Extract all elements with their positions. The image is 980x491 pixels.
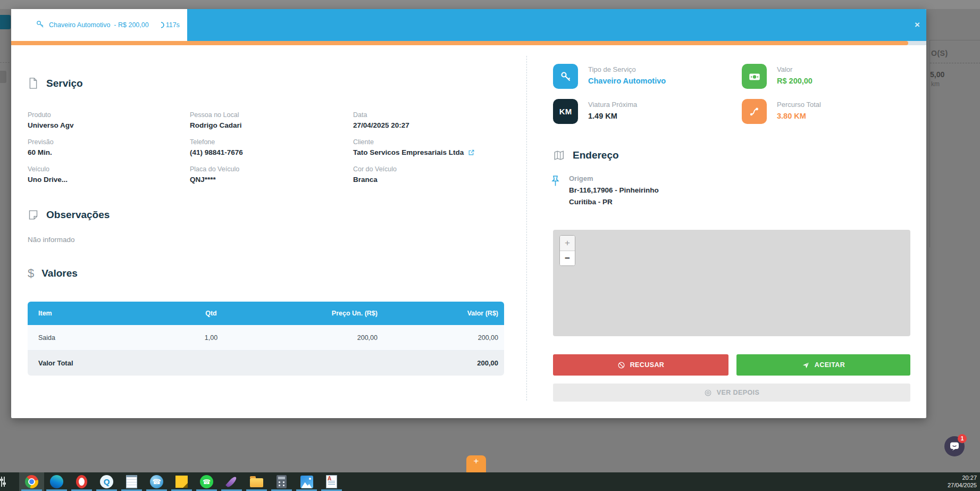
route-icon — [742, 99, 767, 124]
km-icon: KM — [553, 99, 578, 124]
taskbar-photos-icon[interactable] — [294, 472, 319, 491]
section-address: Endereço — [553, 149, 619, 161]
background-panel-divider — [930, 63, 980, 63]
section-observations-title: Observações — [46, 209, 110, 221]
add-button-fab[interactable]: + — [466, 455, 486, 472]
section-observations: Observações — [28, 209, 110, 221]
background-panel-unit: km — [931, 80, 940, 88]
clock-date: 27/04/2025 — [948, 481, 977, 489]
section-values: Valores — [28, 267, 78, 280]
service-fields-grid: Produto Universo Agv Pessoa no Local Rod… — [28, 111, 506, 184]
background-top-strip — [0, 0, 980, 9]
card-value: Valor R$ 200,00 — [742, 64, 813, 89]
origin-address-line2: Curitiba - PR — [569, 198, 659, 206]
taskbar-whatsapp-icon[interactable] — [194, 472, 219, 491]
background-teal-element — [0, 15, 11, 29]
timer-progress-track — [11, 41, 926, 45]
field-data: Data 27/04/2025 20:27 — [353, 111, 506, 129]
taskbar-phone-dialer-icon[interactable] — [144, 472, 169, 491]
field-produto: Produto Universo Agv — [28, 111, 190, 129]
field-pessoa: Pessoa no Local Rodrigo Cadari — [190, 111, 353, 129]
background-gray-element — [0, 71, 6, 83]
modal-header-tab: Chaveiro Automotivo - R$ 200,00 117s — [11, 9, 187, 41]
background-panel-text: O(S) — [931, 49, 948, 57]
map-zoom-control: + − — [559, 235, 575, 266]
modal-body: Serviço Produto Universo Agv Pessoa no L… — [11, 45, 926, 418]
note-icon — [28, 209, 39, 221]
send-icon — [802, 361, 810, 369]
field-cor: Cor do Veículo Branca — [353, 165, 506, 184]
notification-badge: 1 — [958, 434, 967, 443]
pushpin-icon — [550, 174, 561, 189]
table-total-row: Valor Total 200,00 — [28, 351, 504, 376]
field-cliente: Cliente Tato Servicos Empresariais Ltda — [353, 138, 506, 156]
field-previsao: Previsão 60 Min. — [28, 138, 190, 156]
key-icon — [553, 64, 578, 89]
taskbar-chrome-icon[interactable] — [19, 472, 44, 491]
key-icon — [36, 20, 45, 31]
background-panel-value: 5,00 — [930, 70, 944, 79]
external-link-icon[interactable] — [468, 149, 475, 156]
modal-title: Chaveiro Automotivo — [49, 21, 110, 29]
clock-time: 20:27 — [948, 474, 977, 481]
origin-address-line1: Br-116,17906 - Pinheirinho — [569, 186, 659, 194]
origin-label: Origem — [569, 174, 659, 182]
view-later-button[interactable]: VER DEPOIS — [553, 384, 910, 402]
chat-widget-button[interactable]: 1 — [944, 436, 965, 456]
card-nearest-vehicle: KM Viatura Próxima 1.49 KM — [553, 99, 637, 124]
origin-block: Origem Br-116,17906 - Pinheirinho Curiti… — [550, 174, 659, 210]
countdown-timer: 117s — [157, 21, 180, 29]
values-table-header: Item Qtd Preço Un. (R$) Valor (R$) — [28, 302, 504, 325]
background-dashed-line — [0, 62, 10, 63]
map-icon — [553, 149, 565, 161]
taskbar-feather-app-icon[interactable] — [219, 472, 244, 491]
taskbar-calculator-icon[interactable] — [269, 472, 294, 491]
service-offer-modal: Chaveiro Automotivo - R$ 200,00 117s × S… — [11, 9, 926, 418]
plus-icon: + — [474, 455, 479, 467]
modal-price: - R$ 200,00 — [114, 21, 148, 29]
close-icon[interactable]: × — [911, 19, 924, 31]
field-veiculo: Veículo Uno Drive... — [28, 165, 190, 184]
timer-progress-fill — [11, 41, 908, 45]
eye-later-icon — [704, 389, 712, 397]
map-zoom-out-button[interactable]: − — [560, 251, 575, 266]
taskbar-opera-icon[interactable] — [69, 472, 94, 491]
dollar-icon — [28, 267, 34, 280]
observations-value: Não informado — [28, 236, 75, 244]
accept-button[interactable]: ACEITAR — [736, 354, 910, 376]
map-canvas[interactable]: + − — [553, 230, 910, 336]
field-placa: Placa do Veículo QNJ**** — [190, 165, 353, 184]
taskbar-notepad-icon[interactable] — [119, 472, 144, 491]
card-service-type: Tipo de Serviço Chaveiro Automotivo — [553, 64, 666, 89]
taskbar-file-explorer-icon[interactable] — [244, 472, 269, 491]
table-row: Saida 1,00 200,00 200,00 — [28, 325, 504, 351]
ban-icon — [617, 361, 625, 369]
section-service-title: Serviço — [46, 78, 83, 89]
refuse-button[interactable]: RECUSAR — [553, 354, 728, 376]
modal-header: Chaveiro Automotivo - R$ 200,00 117s × — [11, 9, 926, 41]
section-values-title: Valores — [41, 268, 78, 279]
values-table: Item Qtd Preço Un. (R$) Valor (R$) Saida… — [28, 302, 504, 376]
taskbar-q-app-icon[interactable]: Q — [94, 472, 119, 491]
taskbar-sticky-notes-icon[interactable] — [169, 472, 194, 491]
section-address-title: Endereço — [573, 149, 619, 161]
taskbar-clock[interactable]: 20:27 27/04/2025 — [948, 474, 977, 489]
money-icon — [742, 64, 767, 89]
document-icon — [28, 77, 39, 89]
volume-slider-icon[interactable] — [1, 477, 6, 487]
card-total-route: Percurso Total 3.80 KM — [742, 99, 821, 124]
taskbar-edge-icon[interactable] — [44, 472, 69, 491]
taskbar: Q A 20:27 27/04/2025 — [0, 472, 980, 491]
timer-arc-icon — [157, 21, 165, 29]
field-telefone: Telefone (41) 98841-7676 — [190, 138, 353, 156]
section-service: Serviço — [28, 77, 83, 89]
background-os-panel: O(S) 5,00 km — [929, 40, 980, 247]
map-zoom-in-button[interactable]: + — [560, 236, 575, 251]
taskbar-wordpad-icon[interactable]: A — [319, 472, 344, 491]
column-divider — [526, 56, 527, 401]
